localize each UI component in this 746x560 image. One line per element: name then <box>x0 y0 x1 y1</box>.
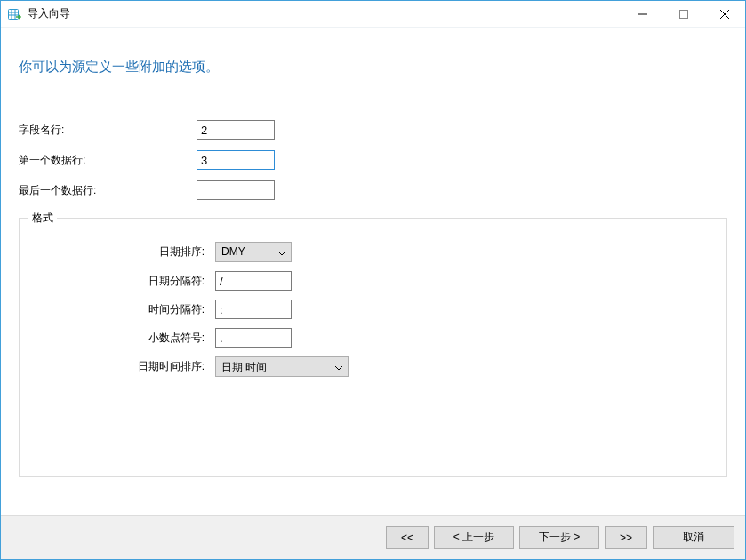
time-separator-label: 时间分隔符: <box>28 302 215 317</box>
date-separator-row: 日期分隔符: <box>28 271 718 291</box>
first-data-row-label: 第一个数据行: <box>19 153 197 168</box>
last-data-row-input[interactable] <box>197 180 275 200</box>
format-fieldset: 格式 日期排序: DMY 日期分隔符: 时间分隔符: 小数点符号: 日期时间排序… <box>19 211 727 477</box>
decimal-symbol-row: 小数点符号: <box>28 328 718 348</box>
first-data-row-input[interactable] <box>197 150 275 170</box>
format-legend: 格式 <box>28 211 57 226</box>
svg-rect-0 <box>9 9 19 19</box>
last-button[interactable]: >> <box>605 526 647 549</box>
field-name-row-label: 字段名行: <box>19 123 197 138</box>
footer: << < 上一步 下一步 > >> 取消 <box>1 515 745 559</box>
datetime-order-label: 日期时间排序: <box>28 359 215 374</box>
minimize-button[interactable] <box>622 1 663 27</box>
datetime-order-select[interactable]: 日期 时间 <box>215 356 349 377</box>
content-area: 你可以为源定义一些附加的选项。 字段名行: 第一个数据行: 最后一个数据行: 格… <box>1 28 745 486</box>
svg-rect-6 <box>680 10 688 18</box>
date-separator-input[interactable] <box>215 271 292 291</box>
decimal-symbol-label: 小数点符号: <box>28 331 215 346</box>
first-data-row: 第一个数据行: <box>19 150 727 170</box>
window-title: 导入向导 <box>28 6 622 21</box>
next-button[interactable]: 下一步 > <box>519 526 599 549</box>
app-icon <box>8 7 22 21</box>
field-name-row: 字段名行: <box>19 120 727 140</box>
datetime-order-value: 日期 时间 <box>216 357 348 376</box>
date-order-select[interactable]: DMY <box>215 242 292 262</box>
maximize-button[interactable] <box>663 1 704 27</box>
time-separator-input[interactable] <box>215 300 292 319</box>
date-separator-label: 日期分隔符: <box>28 274 215 289</box>
date-order-row: 日期排序: DMY <box>28 242 718 262</box>
close-button[interactable] <box>704 1 745 27</box>
last-data-row-label: 最后一个数据行: <box>19 183 197 198</box>
titlebar: 导入向导 <box>1 1 745 28</box>
cancel-button[interactable]: 取消 <box>653 526 734 549</box>
prev-button[interactable]: < 上一步 <box>434 526 514 549</box>
date-order-label: 日期排序: <box>28 244 215 260</box>
last-data-row: 最后一个数据行: <box>19 180 727 200</box>
time-separator-row: 时间分隔符: <box>28 300 718 319</box>
date-order-value: DMY <box>216 243 291 261</box>
datetime-order-row: 日期时间排序: 日期 时间 <box>28 356 718 377</box>
field-name-row-input[interactable] <box>197 120 275 140</box>
decimal-symbol-input[interactable] <box>215 328 292 348</box>
page-headline: 你可以为源定义一些附加的选项。 <box>19 59 727 76</box>
window-controls <box>622 1 745 27</box>
first-button[interactable]: << <box>386 526 429 549</box>
